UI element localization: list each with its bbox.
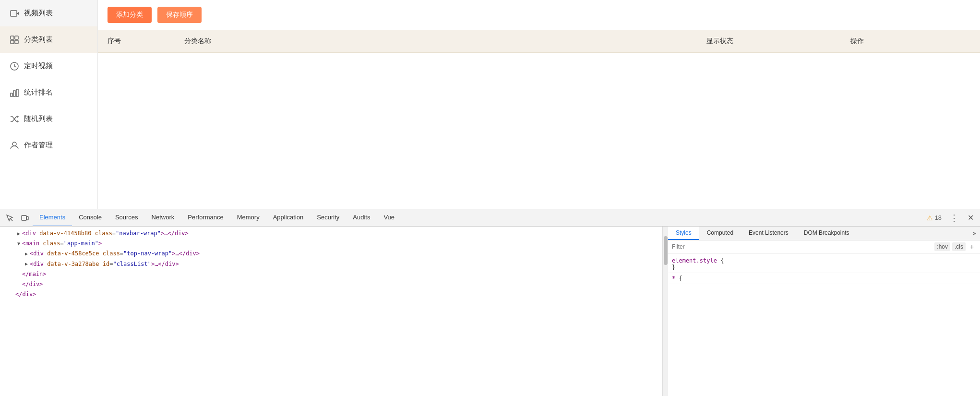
scrollbar-thumb: [664, 236, 668, 265]
sidebar-item-category-list[interactable]: 分类列表: [0, 26, 97, 53]
elements-scrollbar[interactable]: [662, 227, 668, 396]
main-content: 添加分类 保存顺序 序号 分类名称 显示状态 操作: [98, 0, 980, 209]
styles-more-button[interactable]: »: [969, 227, 980, 240]
table-header: 序号 分类名称 显示状态 操作: [98, 30, 980, 53]
col-header-action: 操作: [850, 37, 970, 46]
styles-panel: Styles Computed Event Listeners DOM Brea…: [668, 227, 980, 396]
category-icon: [10, 35, 19, 45]
dom-line[interactable]: ▼ <main class = "app-main" >: [0, 239, 662, 249]
svg-rect-9: [11, 93, 12, 96]
svg-rect-5: [15, 40, 18, 44]
sidebar-item-video-list[interactable]: 视频列表: [0, 0, 97, 26]
device-toolbar-icon[interactable]: [17, 210, 33, 226]
svg-rect-3: [15, 36, 18, 39]
sidebar-item-category-list-label: 分类列表: [24, 35, 53, 44]
tab-performance[interactable]: Performance: [181, 209, 230, 226]
video-icon: [10, 9, 19, 18]
dom-line[interactable]: ▶ <div data-v-458ce5ce class = "top-nav-…: [0, 249, 662, 259]
warning-icon: ⚠: [927, 214, 933, 222]
devtools-toolbar: Elements Console Sources Network Perform…: [0, 209, 980, 227]
devtools-body: ▶ <div data-v-41458b80 class = "navbar-w…: [0, 227, 980, 396]
css-rule-element-style: element.style { }: [668, 255, 980, 273]
tab-network[interactable]: Network: [145, 209, 181, 226]
filter-actions: :hov .cls +: [934, 242, 976, 251]
css-rule-wildcard: * {: [668, 273, 980, 284]
tab-styles[interactable]: Styles: [668, 227, 699, 240]
dom-line[interactable]: ▶ <div data-v-41458b80 class = "navbar-w…: [0, 228, 662, 239]
svg-rect-10: [13, 91, 15, 96]
sidebar-item-author-manage-label: 作者管理: [24, 141, 53, 150]
dom-line[interactable]: </div>: [0, 279, 662, 289]
tab-console[interactable]: Console: [72, 209, 108, 226]
devtools-tabs: Elements Console Sources Network Perform…: [33, 209, 923, 226]
dom-triangle[interactable]: ▶: [23, 260, 30, 268]
tab-audits[interactable]: Audits: [346, 209, 377, 226]
devtools-panel: Elements Console Sources Network Perform…: [0, 209, 980, 396]
svg-rect-14: [22, 216, 26, 220]
styles-filter-input[interactable]: [672, 243, 932, 250]
sidebar-item-stats-ranking[interactable]: 统计排名: [0, 79, 97, 106]
warning-badge[interactable]: ⚠ 18: [923, 214, 945, 222]
clock-icon: [10, 61, 19, 71]
svg-rect-11: [16, 89, 18, 96]
styles-tabs: Styles Computed Event Listeners DOM Brea…: [668, 227, 980, 240]
tab-memory[interactable]: Memory: [230, 209, 266, 226]
col-header-seq: 序号: [108, 37, 184, 46]
more-options-icon[interactable]: ⋮: [946, 210, 962, 226]
sidebar-item-video-list-label: 视频列表: [24, 9, 53, 18]
sidebar-item-random-list-label: 随机列表: [24, 114, 53, 123]
sidebar-item-scheduled-video[interactable]: 定时视频: [0, 53, 97, 79]
svg-rect-2: [11, 36, 14, 39]
tab-vue[interactable]: Vue: [377, 209, 401, 226]
inspect-element-icon[interactable]: [2, 210, 17, 226]
tab-dom-breakpoints[interactable]: DOM Breakpoints: [796, 227, 857, 240]
sidebar-item-random-list[interactable]: 随机列表: [0, 106, 97, 132]
sidebar: 视频列表 分类列表 定时视频: [0, 0, 98, 209]
cls-filter-button[interactable]: .cls: [952, 242, 966, 251]
toolbar: 添加分类 保存顺序: [98, 0, 980, 30]
hover-filter-button[interactable]: :hov: [934, 242, 950, 251]
dom-triangle[interactable]: ▶: [23, 250, 30, 258]
close-devtools-icon[interactable]: ✕: [963, 210, 978, 226]
devtools-right-icons: ⚠ 18 ⋮ ✕: [923, 210, 978, 226]
tab-sources[interactable]: Sources: [108, 209, 145, 226]
col-header-status: 显示状态: [706, 37, 850, 46]
tab-elements[interactable]: Elements: [33, 209, 72, 226]
svg-line-13: [10, 218, 12, 221]
dom-line[interactable]: </main>: [0, 269, 662, 279]
sidebar-item-author-manage[interactable]: 作者管理: [0, 132, 97, 158]
svg-rect-0: [11, 11, 17, 16]
warning-count: 18: [935, 214, 942, 221]
col-header-name: 分类名称: [184, 37, 706, 46]
dom-line[interactable]: </div>: [0, 289, 662, 300]
dom-triangle[interactable]: ▼: [15, 240, 22, 248]
dom-triangle[interactable]: ▶: [15, 230, 22, 238]
sidebar-item-scheduled-video-label: 定时视频: [24, 61, 53, 71]
css-rules-panel: element.style { } * {: [668, 253, 980, 396]
user-icon: [10, 141, 19, 150]
tab-security[interactable]: Security: [310, 209, 346, 226]
svg-line-8: [14, 66, 16, 67]
elements-panel[interactable]: ▶ <div data-v-41458b80 class = "navbar-w…: [0, 227, 662, 396]
tab-event-listeners[interactable]: Event Listeners: [741, 227, 796, 240]
svg-rect-15: [26, 216, 28, 220]
filter-row: :hov .cls +: [668, 240, 980, 253]
tab-computed[interactable]: Computed: [699, 227, 741, 240]
sidebar-item-stats-ranking-label: 统计排名: [24, 88, 53, 97]
shuffle-icon: [10, 114, 19, 124]
bar-chart-icon: [10, 88, 19, 97]
add-category-button[interactable]: 添加分类: [108, 7, 152, 23]
dom-line[interactable]: ▶ <div data-v-3a278abe id = "classList" …: [0, 259, 662, 269]
add-style-rule-button[interactable]: +: [968, 242, 976, 251]
tab-application[interactable]: Application: [266, 209, 311, 226]
save-order-button[interactable]: 保存顺序: [157, 7, 202, 23]
svg-point-12: [12, 142, 16, 146]
svg-rect-4: [11, 40, 14, 44]
